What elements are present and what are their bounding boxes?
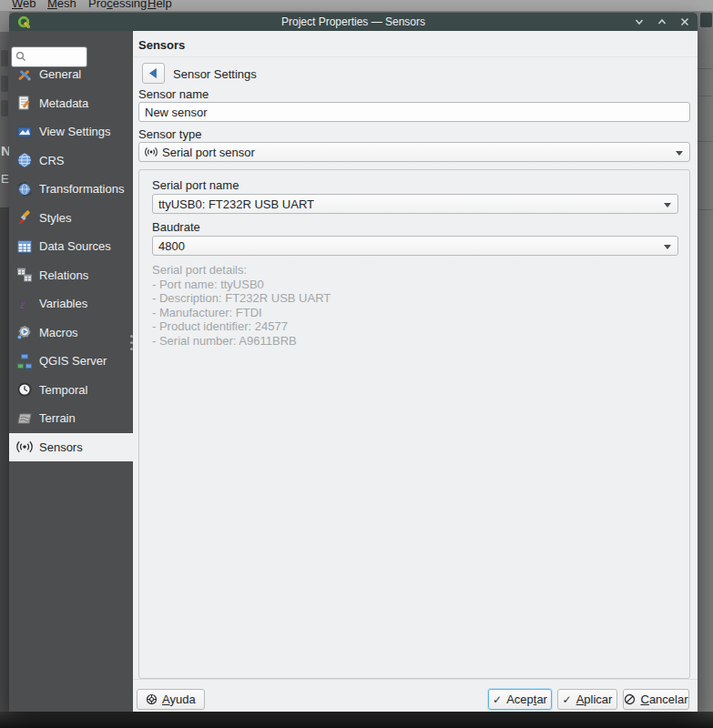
details-line: - Description: FT232R USB UART: [152, 291, 331, 306]
sidebar-item-macros[interactable]: Macros: [9, 318, 133, 348]
sidebar-item-label: General: [39, 67, 81, 81]
chevron-down-icon: [664, 245, 671, 249]
chevron-down-icon: [676, 151, 683, 156]
sidebar-item-label: Relations: [39, 268, 88, 282]
settings-title: Sensor Settings: [173, 67, 257, 81]
view-settings-icon: [16, 124, 33, 140]
maximize-button[interactable]: [657, 16, 667, 27]
sidebar-item-view-settings[interactable]: View Settings: [9, 117, 133, 147]
button-row-separator: [133, 679, 698, 680]
dialog-title: Project Properties — Sensors: [9, 13, 698, 31]
metadata-icon: [16, 95, 33, 111]
menu-help[interactable]: Help: [148, 0, 172, 10]
background-bottom-strip: [0, 712, 713, 728]
clock-icon: [16, 381, 33, 398]
background-text-fragment: N: [1, 143, 9, 158]
apply-button[interactable]: ✓ Aplicar: [557, 689, 617, 710]
sidebar-item-crs[interactable]: CRS: [9, 147, 133, 176]
header-separator: [133, 56, 698, 57]
svg-text:ε: ε: [20, 297, 25, 311]
sidebar-item-general[interactable]: General: [9, 60, 133, 89]
details-line: - Serial number: A9611BRB: [152, 334, 331, 349]
sidebar-item-sensors[interactable]: Sensors: [9, 433, 133, 462]
cancel-icon: [624, 693, 636, 705]
project-properties-dialog: Project Properties — Sensors General Met…: [9, 13, 698, 712]
menu-web[interactable]: Web: [12, 0, 36, 10]
close-button[interactable]: [679, 16, 690, 27]
gear-play-icon: [16, 324, 33, 340]
sidebar-item-label: Terrain: [39, 411, 76, 425]
globe-icon: [16, 152, 33, 168]
back-button[interactable]: [142, 63, 165, 84]
sidebar-item-relations[interactable]: Relations: [9, 261, 133, 290]
settings-sidebar: General Metadata View Settings CRS Trans…: [9, 31, 133, 712]
sensors-page: Sensors Sensor Settings Sensor name Sens…: [133, 31, 698, 712]
triangle-left-icon: [148, 68, 158, 78]
sidebar-nav: General Metadata View Settings CRS Trans…: [9, 60, 133, 461]
terrain-icon: [16, 410, 33, 427]
serial-port-value: ttyUSB0: FT232R USB UART: [158, 197, 314, 211]
serial-settings-group: Serial port name ttyUSB0: FT232R USB UAR…: [138, 169, 690, 679]
page-title: Sensors: [138, 38, 185, 52]
table-icon: [16, 238, 33, 255]
sidebar-item-transformations[interactable]: Transformations: [9, 175, 133, 204]
sidebar-item-label: Data Sources: [39, 239, 111, 253]
epsilon-icon: ε: [16, 296, 33, 312]
cancel-button[interactable]: Cancelar: [623, 689, 689, 710]
sidebar-item-label: View Settings: [39, 125, 111, 138]
menu-mesh[interactable]: Mesh: [47, 0, 76, 10]
app-menubar: Web Mesh Processing Help: [0, 0, 713, 12]
relations-icon: [16, 267, 33, 283]
background-left-strip: N EF: [0, 12, 9, 728]
sensor-type-label: Sensor type: [138, 127, 201, 141]
sidebar-item-label: Styles: [39, 211, 71, 225]
sensor-type-icon: [145, 146, 158, 158]
details-line: - Product identifier: 24577: [152, 319, 331, 334]
sidebar-item-label: Macros: [39, 326, 78, 339]
details-line: - Manufacturer: FTDI: [152, 306, 331, 320]
sensor-type-value: Serial port sensor: [162, 146, 255, 159]
minimize-button[interactable]: [634, 16, 645, 27]
accept-button[interactable]: ✓ Aceptar: [488, 689, 552, 710]
menu-processing[interactable]: Processing: [88, 0, 147, 10]
details-line: - Port name: ttyUSB0: [152, 278, 331, 292]
server-icon: [16, 353, 33, 369]
baudrate-label: Baudrate: [152, 220, 200, 234]
tools-icon: [16, 66, 33, 83]
background-right-strip: [698, 12, 713, 728]
sidebar-item-temporal[interactable]: Temporal: [9, 376, 133, 405]
sidebar-item-label: Variables: [39, 297, 87, 310]
sidebar-item-data-sources[interactable]: Data Sources: [9, 232, 133, 261]
check-icon: ✓: [493, 693, 502, 706]
sensor-name-input[interactable]: [138, 102, 690, 122]
sidebar-item-styles[interactable]: Styles: [9, 204, 133, 233]
help-button[interactable]: Ayuda: [137, 689, 205, 710]
sidebar-item-metadata[interactable]: Metadata: [9, 89, 133, 118]
qgis-logo-icon: [17, 15, 31, 29]
chevron-down-icon: [664, 203, 671, 207]
sensor-name-label: Sensor name: [138, 87, 209, 101]
sidebar-item-label: QGIS Server: [39, 354, 107, 368]
baudrate-select[interactable]: 4800: [152, 236, 678, 256]
sidebar-item-qgis-server[interactable]: QGIS Server: [9, 347, 133, 376]
serial-port-details: Serial port details: - Port name: ttyUSB…: [152, 263, 331, 348]
sidebar-item-label: CRS: [39, 154, 64, 167]
background-text-fragment: EF: [1, 172, 9, 186]
sidebar-item-label: Metadata: [39, 96, 88, 110]
splitter-handle[interactable]: [130, 335, 133, 350]
sidebar-item-variables[interactable]: ε Variables: [9, 289, 133, 318]
sidebar-item-label: Transformations: [39, 182, 124, 196]
transform-globe-icon: [16, 181, 33, 197]
paintbrush-icon: [16, 209, 33, 226]
sidebar-item-label: Sensors: [39, 440, 83, 454]
details-line: Serial port details:: [152, 263, 331, 278]
sidebar-item-label: Temporal: [39, 383, 87, 397]
serial-port-select[interactable]: ttyUSB0: FT232R USB UART: [152, 194, 678, 214]
baudrate-value: 4800: [158, 239, 185, 253]
help-icon: [146, 693, 158, 705]
sidebar-item-terrain[interactable]: Terrain: [9, 404, 133, 433]
antenna-icon: [16, 439, 33, 455]
dialog-titlebar[interactable]: Project Properties — Sensors: [9, 13, 698, 31]
check-icon: ✓: [563, 693, 572, 706]
sensor-type-select[interactable]: Serial port sensor: [138, 142, 690, 162]
